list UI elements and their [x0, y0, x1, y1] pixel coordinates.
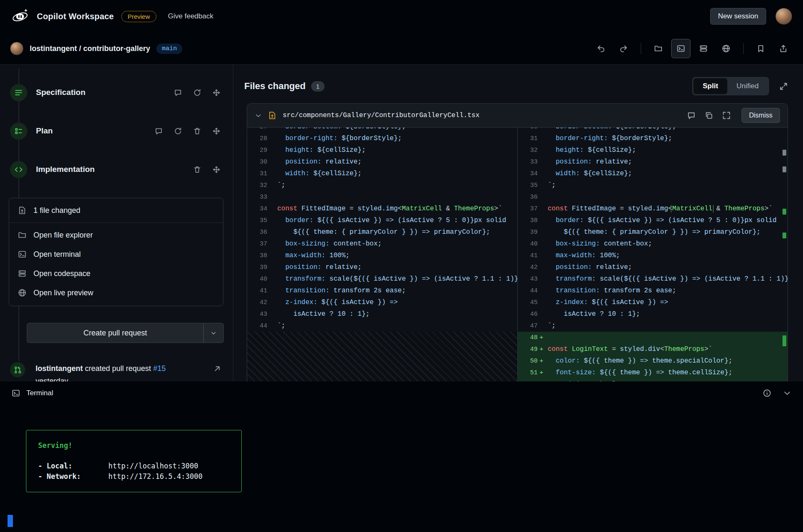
codespace-icon[interactable] [694, 39, 713, 58]
move-icon[interactable] [212, 166, 220, 174]
scrollbar-annotations[interactable] [782, 128, 786, 381]
info-icon[interactable] [763, 389, 771, 397]
open-codespace-item[interactable]: Open codespace [9, 264, 223, 283]
modified-file-icon [268, 111, 276, 120]
breadcrumb[interactable]: lostintangent / contributor-gallery [30, 44, 150, 53]
network-url: http://172.16.5.4:3000 [108, 471, 202, 482]
sidebar-item-plan[interactable]: Plan [10, 121, 220, 141]
diff-line: 36 [518, 191, 788, 203]
step-label: Implementation [36, 165, 193, 174]
unified-view-button[interactable]: Unified [727, 78, 768, 94]
diff-line: 44`; [247, 320, 517, 332]
comment-icon[interactable] [155, 127, 163, 135]
repo-owner-avatar [10, 42, 23, 55]
terminal-header: Terminal [0, 381, 803, 405]
diff-line: 41 max-width: 100%; [518, 250, 788, 261]
terminal-panel: Terminal Serving! - Local: http://localh… [0, 381, 803, 532]
user-avatar[interactable] [775, 8, 792, 25]
diff-body: 27 border-bottom: ${borderStyle};28 bord… [247, 128, 788, 381]
undo-icon[interactable] [591, 39, 611, 58]
diff-line: 48+ [518, 332, 788, 343]
diff-line: 31 width: ${cellSize}; [247, 168, 517, 179]
scroll-mark [783, 150, 786, 156]
diff-line: 33 position: relative; [518, 156, 788, 168]
live-preview-icon[interactable] [716, 39, 736, 58]
diff-line: 38 border: ${({ isActive }) => (isActive… [518, 215, 788, 226]
give-feedback-link[interactable]: Give feedback [168, 12, 214, 20]
open-file-explorer-item[interactable]: Open file explorer [9, 225, 223, 245]
sync-icon[interactable] [193, 89, 201, 97]
collapse-chevron-icon[interactable] [255, 112, 262, 119]
code-icon [10, 161, 27, 178]
diff-line: 28 border-right: ${borderStyle}; [247, 133, 517, 144]
split-view-button[interactable]: Split [693, 78, 727, 94]
scroll-mark [783, 335, 786, 346]
diff-panel: src/components/Gallery/ContributorGaller… [247, 103, 788, 381]
copy-icon[interactable] [705, 111, 713, 120]
share-icon[interactable] [774, 39, 793, 58]
terminal-icon [12, 389, 20, 397]
branch-badge: main [156, 43, 182, 54]
diff-line: 44 transition: transform 2s ease; [518, 285, 788, 297]
trash-icon[interactable] [193, 127, 201, 135]
diff-line: 33 [247, 191, 517, 203]
divider [743, 43, 744, 54]
terminal-cursor[interactable] [8, 515, 13, 527]
dismiss-button[interactable]: Dismiss [742, 108, 780, 123]
comment-icon[interactable] [687, 111, 696, 120]
preview-badge: Preview [121, 11, 156, 22]
divider [641, 43, 641, 54]
sync-icon[interactable] [174, 127, 182, 135]
item-label: Open file explorer [33, 231, 93, 240]
diff-line: 40 box-sizing: content-box; [518, 238, 788, 250]
sidebar-item-implementation[interactable]: Implementation [10, 159, 220, 179]
diff-line: 37 box-sizing: content-box; [247, 238, 517, 250]
files-card: 1 file changed Open file explorer Open t… [9, 198, 223, 306]
network-label: - Network: [38, 471, 108, 482]
fullscreen-icon[interactable] [722, 111, 731, 120]
comment-icon[interactable] [174, 89, 182, 97]
diff-line: 50+ color: ${({ theme }) => theme.specia… [518, 355, 788, 367]
sidebar-item-specification[interactable]: Specification [10, 82, 220, 102]
open-live-preview-item[interactable]: Open live preview [9, 283, 223, 302]
file-path[interactable]: src/components/Gallery/ContributorGaller… [283, 112, 681, 119]
folder-icon [18, 231, 26, 239]
diff-line: 43 isActive ? 10 : 1}; [247, 308, 517, 320]
diff-line: 35 border: ${({ isActive }) => (isActive… [247, 215, 517, 226]
diff-line: 38 max-width: 100%; [247, 250, 517, 261]
diff-line: 42 z-index: ${({ isActive }) => [247, 297, 517, 308]
diff-line: 34 width: ${cellSize}; [518, 168, 788, 179]
create-pr-dropdown-button[interactable] [203, 323, 224, 343]
pr-number-link[interactable]: #15 [153, 364, 166, 373]
terminal-output: Serving! - Local: http://localhost:3000 … [0, 405, 803, 532]
diff-line: 49+const LoginText = styled.div<ThemePro… [518, 343, 788, 355]
file-explorer-icon[interactable] [649, 39, 668, 58]
open-pr-external-icon[interactable] [213, 365, 221, 373]
collapse-terminal-icon[interactable] [783, 389, 791, 397]
terminal-title: Terminal [26, 389, 53, 397]
scroll-mark [783, 233, 786, 238]
diff-line: 40 transform: scale(${({ isActive }) => … [247, 273, 517, 285]
files-changed-header: Files changed 1 Split Unified [244, 76, 788, 97]
bookmark-icon[interactable] [751, 39, 770, 58]
fullscreen-icon[interactable] [779, 82, 788, 91]
redo-icon[interactable] [614, 39, 633, 58]
scroll-mark [783, 209, 786, 215]
diff-line: 29 height: ${cellSize}; [247, 144, 517, 156]
step-label: Plan [36, 126, 155, 136]
terminal-icon[interactable] [671, 39, 690, 58]
trash-icon[interactable] [193, 166, 201, 174]
diff-line: 39 ${({ theme: { primaryColor } }) => pr… [518, 226, 788, 238]
move-icon[interactable] [212, 89, 220, 97]
move-icon[interactable] [212, 127, 220, 135]
local-url: http://localhost:3000 [108, 461, 198, 471]
files-count-badge: 1 [311, 81, 325, 92]
new-session-button[interactable]: New session [710, 8, 766, 25]
top-bar: Copilot Workspace Preview Give feedback … [0, 0, 803, 33]
main-panel: Files changed 1 Split Unified src/compon… [233, 65, 803, 381]
open-terminal-item[interactable]: Open terminal [9, 245, 223, 264]
diff-line: 39 position: relative; [247, 261, 517, 273]
diff-line: 51+ font-size: ${({ theme }) => theme.ce… [518, 367, 788, 379]
diff-line: 41 transition: transform 2s ease; [247, 285, 517, 297]
create-pull-request-button[interactable]: Create pull request [27, 323, 203, 343]
